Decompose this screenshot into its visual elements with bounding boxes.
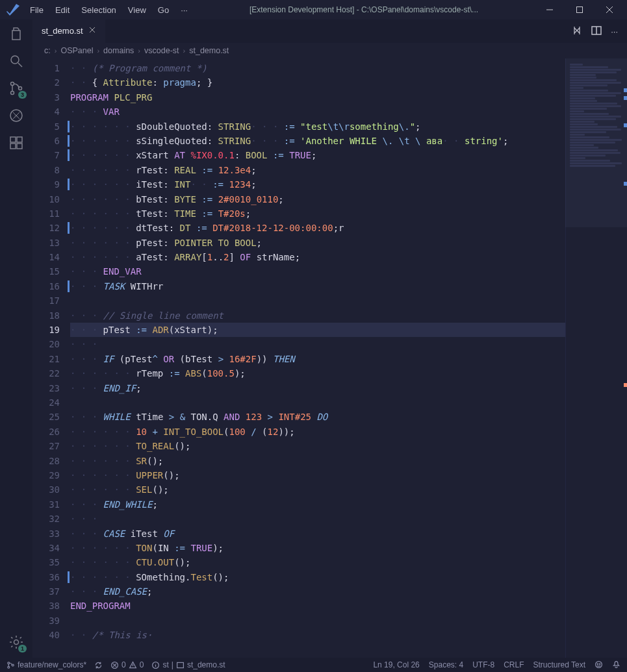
status-info-text: st bbox=[162, 660, 168, 669]
status-eol[interactable]: CRLF bbox=[504, 660, 524, 669]
tab-bar: st_demo.st ··· bbox=[32, 19, 627, 43]
minimap[interactable] bbox=[565, 58, 627, 658]
menu-bar: File Edit Selection View Go bbox=[25, 3, 174, 18]
svg-rect-11 bbox=[17, 137, 22, 142]
explorer-icon[interactable] bbox=[7, 25, 25, 43]
window-minimize-button[interactable] bbox=[535, 0, 565, 19]
status-encoding[interactable]: UTF-8 bbox=[472, 660, 494, 669]
settings-badge: 1 bbox=[18, 645, 27, 653]
svg-rect-12 bbox=[10, 143, 16, 149]
breadcrumb-item[interactable]: st_demo.st bbox=[189, 46, 229, 55]
settings-gear-icon[interactable]: 1 bbox=[7, 633, 25, 651]
svg-line-5 bbox=[18, 63, 22, 67]
breadcrumb-item[interactable]: domains bbox=[103, 46, 134, 55]
svg-rect-10 bbox=[10, 137, 16, 142]
status-file-text: st_demo.st bbox=[187, 660, 225, 669]
title-bar: File Edit Selection View Go ··· [Extensi… bbox=[0, 0, 627, 19]
svg-point-19 bbox=[8, 662, 10, 664]
activity-bar: 3 1 bbox=[0, 19, 32, 658]
window-maximize-button[interactable] bbox=[565, 0, 595, 19]
code-content[interactable]: · · (* Program comment *)· · { Attribute… bbox=[70, 58, 627, 658]
svg-rect-29 bbox=[177, 662, 184, 667]
status-indent[interactable]: Spaces: 4 bbox=[429, 660, 463, 669]
editor-group: st_demo.st ··· c:› OSPanel› domains› vsc… bbox=[32, 19, 627, 658]
more-actions-icon[interactable]: ··· bbox=[611, 27, 618, 36]
svg-point-4 bbox=[11, 56, 19, 64]
window-close-button[interactable] bbox=[595, 0, 624, 19]
menu-edit[interactable]: Edit bbox=[50, 3, 75, 18]
status-feedback-icon[interactable] bbox=[595, 660, 603, 669]
branch-name: feature/new_colors* bbox=[18, 660, 86, 669]
split-editor-icon[interactable] bbox=[591, 25, 602, 38]
close-icon[interactable] bbox=[88, 26, 96, 36]
line-number-gutter: 1234567891011121314151617181920212223242… bbox=[32, 58, 70, 658]
breadcrumb-item[interactable]: OSPanel bbox=[60, 46, 93, 55]
status-language[interactable]: Structured Text bbox=[533, 660, 585, 669]
menu-go[interactable]: Go bbox=[153, 3, 174, 18]
debug-icon[interactable] bbox=[7, 106, 25, 125]
svg-point-32 bbox=[599, 664, 600, 664]
status-sync[interactable] bbox=[94, 661, 103, 669]
breadcrumbs[interactable]: c:› OSPanel› domains› vscode-st› st_demo… bbox=[32, 43, 627, 58]
window-title: [Extension Development Host] - C:\OSPane… bbox=[193, 5, 535, 14]
code-editor[interactable]: 1234567891011121314151617181920212223242… bbox=[32, 58, 627, 658]
status-info[interactable]: st | st_demo.st bbox=[151, 660, 225, 669]
menu-overflow[interactable]: ··· bbox=[175, 3, 193, 18]
vscode-logo-icon bbox=[5, 2, 21, 18]
svg-point-20 bbox=[8, 666, 10, 668]
status-branch[interactable]: feature/new_colors* bbox=[6, 660, 86, 669]
svg-point-6 bbox=[11, 82, 14, 86]
compare-changes-icon[interactable] bbox=[572, 25, 582, 38]
scm-badge: 3 bbox=[18, 91, 27, 99]
svg-point-7 bbox=[11, 92, 14, 95]
warnings-count: 0 bbox=[140, 660, 144, 669]
status-cursor[interactable]: Ln 19, Col 26 bbox=[373, 660, 419, 669]
status-bar: feature/new_colors* 0 0 st | st_demo.st … bbox=[0, 658, 627, 672]
menu-selection[interactable]: Selection bbox=[76, 3, 121, 18]
tab-label: st_demo.st bbox=[42, 26, 83, 36]
extensions-icon[interactable] bbox=[7, 134, 25, 152]
status-problems[interactable]: 0 0 bbox=[110, 660, 144, 669]
tab-st-demo[interactable]: st_demo.st bbox=[32, 19, 105, 43]
breadcrumb-item[interactable]: c: bbox=[44, 46, 51, 55]
search-icon[interactable] bbox=[7, 52, 25, 70]
status-bell-icon[interactable] bbox=[612, 660, 621, 669]
svg-rect-13 bbox=[17, 143, 22, 149]
svg-point-14 bbox=[14, 640, 19, 645]
menu-view[interactable]: View bbox=[123, 3, 151, 18]
svg-rect-1 bbox=[577, 7, 583, 13]
errors-count: 0 bbox=[122, 660, 126, 669]
svg-point-30 bbox=[596, 662, 602, 668]
menu-file[interactable]: File bbox=[25, 3, 49, 18]
svg-point-31 bbox=[597, 664, 598, 664]
source-control-icon[interactable]: 3 bbox=[7, 79, 25, 97]
breadcrumb-item[interactable]: vscode-st bbox=[144, 46, 179, 55]
